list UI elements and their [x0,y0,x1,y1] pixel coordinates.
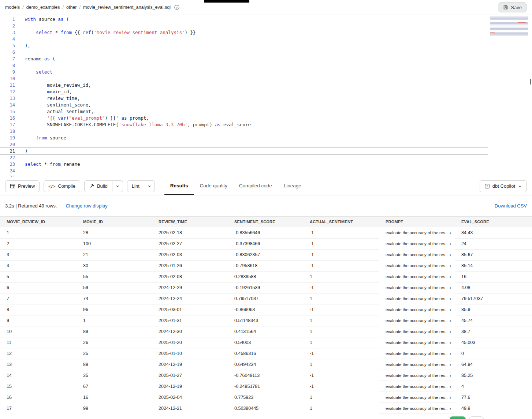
results-tabs: ResultsCode qualityCompiled codeLineage [164,177,307,195]
code-editor[interactable]: 1with source as (23 select * from {{ ref… [0,15,532,177]
table-cell: 85.14 [455,260,532,271]
line-number: 14 [0,102,15,108]
code-line[interactable]: 21) [0,148,488,154]
expand-cell-icon[interactable]: › [450,328,451,334]
code-line[interactable]: 12 movie_id, [0,89,488,95]
prompt-text: evaluate the accuracy of the res... [386,351,447,356]
table-row: 11262025-01-200.540031evaluate the accur… [0,337,532,348]
table-cell: 85.9 [455,304,532,315]
code-line[interactable]: 1with source as ( [0,16,488,23]
code-line[interactable]: 20 [0,141,488,148]
prompt-text: evaluate the accuracy of the res... [386,362,447,367]
expand-cell-icon[interactable]: › [450,339,451,345]
prompt-text: evaluate the accuracy of the res... [386,395,447,400]
table-cell: 1 [0,227,77,239]
build-options-button[interactable] [112,180,123,192]
code-line[interactable]: 9 select [0,69,488,75]
table-row: 6592024-12-29-0.19261539-1evaluate the a… [0,282,532,293]
code-line[interactable]: 3 select * from {{ ref('movie_review_sen… [0,29,488,36]
table-row: 21002025-02-27-0.37398466-1evaluate the … [0,238,532,249]
expand-cell-icon[interactable]: › [450,229,451,236]
preview-button[interactable]: Preview [5,180,40,192]
line-number: 8 [0,62,15,69]
code-line[interactable]: 15 actual_sentiment, [0,108,488,115]
table-cell: 0.54003 [228,337,303,348]
code-line[interactable]: 23select * from rename [0,161,488,168]
minimap-mark [490,32,495,33]
build-button[interactable]: Build [84,180,112,192]
code-line[interactable]: 13 review_time, [0,95,488,102]
table-cell: 7 [0,293,77,304]
browser-notch [204,0,249,3]
code-line[interactable]: 22 [0,154,488,161]
save-button[interactable]: Save [498,2,527,12]
table-cell: 79.517037 [455,293,532,304]
table-cell: 74 [77,293,152,304]
code-line[interactable]: 4 [0,36,488,42]
code-line[interactable]: 2 [0,23,488,29]
prompt-cell: evaluate the accuracy of the res...› [379,238,455,249]
expand-cell-icon[interactable]: › [450,383,451,389]
chevron-down-icon [147,184,152,188]
breadcrumb-item[interactable]: movie_review_sentiment_analysis_eval.sql [83,5,171,10]
breadcrumb-item[interactable]: models [5,5,20,10]
footer-secondary-button[interactable] [469,416,484,419]
download-csv-link[interactable]: Download CSV [495,203,527,209]
tab-results[interactable]: Results [164,177,194,195]
expand-cell-icon[interactable]: › [450,405,451,411]
line-number: 10 [0,75,15,82]
expand-cell-icon[interactable]: › [450,317,451,323]
expand-cell-icon[interactable]: › [450,394,451,400]
expand-cell-icon[interactable]: › [450,372,451,378]
code-line[interactable]: 24 [0,168,488,174]
code-line[interactable]: 5), [0,42,488,49]
table-cell: 9 [0,315,77,326]
tab-lineage[interactable]: Lineage [278,177,307,195]
lint-options-button[interactable] [144,180,155,192]
dbt-copilot-button[interactable]: dbt Copilot [480,180,527,192]
hammer-icon [89,183,94,189]
expand-cell-icon[interactable]: › [450,284,451,291]
code-line[interactable]: 16 '{{ var("eval_prompt") }}' as prompt, [0,115,488,121]
code-line[interactable]: 11 movie_review_id, [0,82,488,89]
expand-cell-icon[interactable]: › [450,361,451,367]
compile-label: Compile [58,183,75,189]
expand-cell-icon[interactable]: › [450,306,451,313]
footer-primary-button[interactable] [450,416,466,419]
table-cell: 0.79517037 [228,293,303,304]
column-header: MOVIE_REVIEW_ID [0,217,77,227]
code-line[interactable]: 17 SNOWFLAKE.CORTEX.COMPLETE('snowflake-… [0,121,488,128]
expand-cell-icon[interactable]: › [450,240,451,247]
minimap[interactable] [490,16,528,36]
code-line[interactable]: 7rename as ( [0,56,488,62]
expand-cell-icon[interactable]: › [450,295,451,302]
expand-cell-icon[interactable]: › [450,251,451,258]
expand-cell-icon[interactable]: › [450,273,451,280]
compile-button[interactable]: </> Compile [44,180,80,192]
code-line[interactable]: 8 [0,62,488,69]
table-cell: -1 [303,381,379,392]
table-cell: 12 [0,348,77,359]
code-line[interactable]: 10 [0,75,488,82]
editor-scrollbar[interactable] [530,79,531,85]
breadcrumb-item[interactable]: other [66,5,77,10]
code-line[interactable]: 14 sentiment_score, [0,102,488,108]
table-row: 15672024-12-19-0.24951781-1evaluate the … [0,381,532,392]
tab-code-quality[interactable]: Code quality [194,177,233,195]
table-cell: 15 [0,381,77,392]
tab-compiled-code[interactable]: Compiled code [233,177,278,195]
breadcrumb-item[interactable]: demo_examples [26,5,60,10]
expand-cell-icon[interactable]: › [450,262,451,269]
table-cell: 1 [303,359,379,370]
lint-button[interactable]: Lint [127,180,144,192]
code-line[interactable]: 19 from source [0,135,488,141]
table-header-row: MOVIE_REVIEW_IDMOVIE_IDREVIEW_TIMESENTIM… [0,217,532,227]
code-line[interactable]: 6 [0,49,488,56]
table-cell: 35 [77,370,152,381]
change-row-display-link[interactable]: Change row display [66,203,107,209]
code-line[interactable]: 18 [0,128,488,135]
table-cell: 0.51148343 [228,315,303,326]
code-line[interactable]: 25 [0,174,488,177]
expand-cell-icon[interactable]: › [450,350,451,356]
prompt-text: evaluate the accuracy of the res... [386,373,447,378]
